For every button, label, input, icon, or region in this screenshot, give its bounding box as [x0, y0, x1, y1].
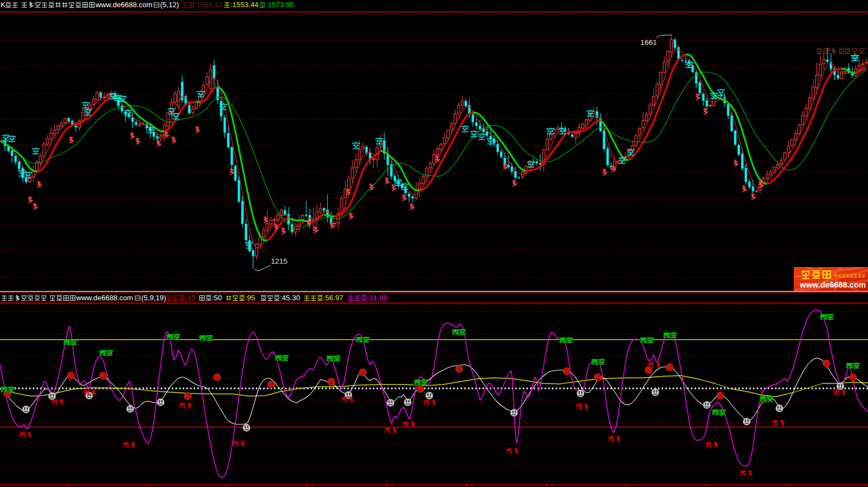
- svg-text:www.de6688.com: www.de6688.com: [799, 280, 866, 289]
- svg-text:(5,12): (5,12): [160, 1, 179, 9]
- svg-text:www.de6688.com: www.de6688.com: [95, 1, 153, 9]
- svg-text:(5,9,19): (5,9,19): [141, 294, 166, 302]
- svg-text::95: :95: [245, 294, 255, 302]
- svg-text::50: :50: [212, 294, 222, 302]
- svg-text:www.de6688.com: www.de6688.com: [76, 294, 133, 302]
- svg-text::21.98: :21.98: [367, 294, 387, 302]
- svg-text::1568.42: :1568.42: [194, 1, 223, 9]
- svg-text::56.97: :56.97: [323, 294, 343, 302]
- svg-text:K: K: [1, 1, 6, 9]
- svg-text:1661: 1661: [640, 38, 657, 47]
- svg-text::15: :15: [186, 294, 196, 302]
- svg-text:1215: 1215: [271, 257, 287, 265]
- svg-text::45.30: :45.30: [280, 294, 300, 302]
- svg-text::1553.44: :1553.44: [230, 1, 259, 9]
- svg-text::1573.95: :1573.95: [266, 1, 294, 9]
